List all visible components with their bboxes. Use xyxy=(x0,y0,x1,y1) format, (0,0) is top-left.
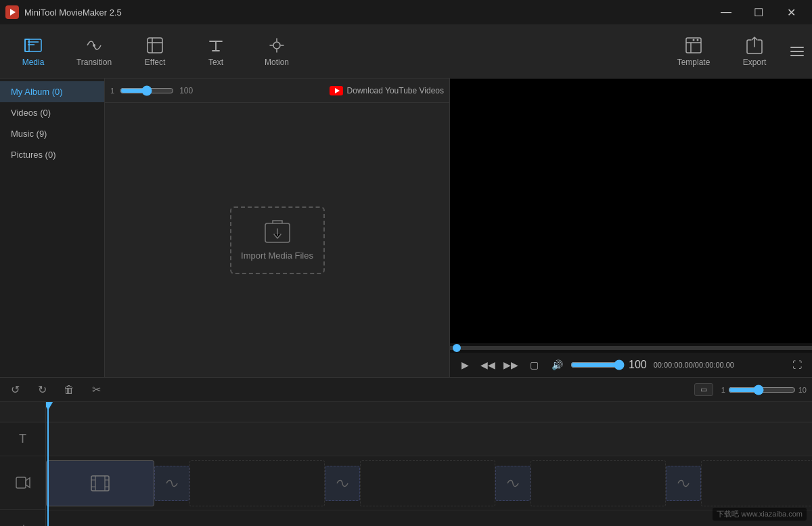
svg-rect-3 xyxy=(25,39,29,51)
zoom-timeline: 1 10 xyxy=(721,385,807,395)
youtube-icon xyxy=(330,86,343,95)
toolbar-item-transition[interactable]: Transition xyxy=(64,27,125,76)
transition-1[interactable] xyxy=(154,466,189,501)
text-label: Text xyxy=(208,58,223,67)
toolbar-item-motion[interactable]: Motion xyxy=(246,27,307,76)
transition-4[interactable] xyxy=(666,466,701,501)
redo-button[interactable]: ↻ xyxy=(32,380,51,399)
text-icon xyxy=(206,36,225,55)
main-area: My Album (0) Videos (0) Music (9) Pictur… xyxy=(0,79,812,377)
transition-3[interactable] xyxy=(495,466,531,501)
titlebar-controls: — ☐ ✕ xyxy=(710,2,807,22)
video-clip-1[interactable] xyxy=(46,460,154,506)
timeline-content xyxy=(46,402,812,526)
youtube-download-button[interactable]: Download YouTube Videos xyxy=(330,86,444,95)
timeline-playhead xyxy=(47,402,49,526)
zoom-min-label: 1 xyxy=(110,87,114,95)
titlebar-title: MiniTool MovieMaker 2.5 xyxy=(24,7,122,18)
preview-controls: ▶ ◀◀ ▶▶ ▢ 🔊 100 00:00:00.00/00:00:00.00 … xyxy=(450,353,812,377)
audio-track xyxy=(46,510,812,526)
preview-seek-thumb xyxy=(453,344,461,352)
video-track xyxy=(46,456,812,510)
export-label: Export xyxy=(743,58,767,67)
media-label: Media xyxy=(22,58,45,67)
time-display: 00:00:00.00/00:00:00.00 xyxy=(654,361,734,369)
transition-label: Transition xyxy=(76,58,112,67)
fullscreen-button[interactable]: ⛶ xyxy=(788,355,807,374)
play-button[interactable]: ▶ xyxy=(455,355,474,374)
delete-button[interactable]: 🗑 xyxy=(60,380,78,399)
minimize-button[interactable]: — xyxy=(710,2,742,22)
preview-seekbar[interactable] xyxy=(450,346,812,350)
sidebar-item-music[interactable]: Music (9) xyxy=(0,123,104,144)
film-icon xyxy=(90,473,110,494)
toolbar-item-effect[interactable]: Effect xyxy=(125,27,185,76)
import-label: Import Media Files xyxy=(241,250,313,261)
volume-slider[interactable] xyxy=(570,359,625,370)
text-track-icon: T xyxy=(19,432,26,446)
transition-2[interactable] xyxy=(325,466,360,501)
svg-rect-5 xyxy=(148,38,162,53)
audio-track-label xyxy=(0,510,45,526)
volume-button[interactable]: 🔊 xyxy=(547,355,566,374)
toolbar-right xyxy=(785,39,809,64)
media-toolbar: 1 100 Download YouTube Videos xyxy=(105,79,449,103)
svg-rect-13 xyxy=(16,477,26,488)
sidebar-item-album[interactable]: My Album (0) xyxy=(0,81,104,102)
app-icon xyxy=(5,5,19,19)
motion-icon xyxy=(267,36,286,55)
timeline-zoom-slider[interactable] xyxy=(728,385,796,395)
transition-icon-1 xyxy=(165,477,179,490)
youtube-label: Download YouTube Videos xyxy=(347,86,444,95)
zoom-value: 100 xyxy=(179,86,193,95)
empty-clip-4 xyxy=(701,460,812,506)
transition-icon xyxy=(85,36,104,55)
import-media-button[interactable]: Import Media Files xyxy=(230,206,325,274)
transition-icon-2 xyxy=(336,477,349,490)
maximize-button[interactable]: ☐ xyxy=(743,2,774,22)
sidebar-item-videos[interactable]: Videos (0) xyxy=(0,102,104,123)
toolbar-item-media[interactable]: Media xyxy=(3,27,64,76)
text-track-label: T xyxy=(0,422,45,456)
ruler-label xyxy=(0,402,45,422)
timeline-zoom-min: 1 xyxy=(721,386,725,394)
template-icon xyxy=(684,36,703,55)
timeline: T xyxy=(0,401,812,526)
svg-point-4 xyxy=(93,44,95,47)
transition-icon-3 xyxy=(506,477,520,490)
hamburger-line-1 xyxy=(790,47,804,48)
playhead-head xyxy=(46,402,53,410)
volume-value: 100 xyxy=(629,359,647,371)
media-content: Import Media Files xyxy=(105,103,449,377)
sidebar-item-pictures[interactable]: Pictures (0) xyxy=(0,144,104,165)
bottom-bar: ↺ ↻ 🗑 ✂ ▭ 1 10 xyxy=(0,377,812,401)
undo-button[interactable]: ↺ xyxy=(5,380,24,399)
svg-point-8 xyxy=(693,39,695,41)
hamburger-line-3 xyxy=(790,55,804,56)
effect-icon xyxy=(145,36,164,55)
export-icon xyxy=(745,36,764,55)
svg-rect-14 xyxy=(91,476,109,491)
preview-panel: ▶ ◀◀ ▶▶ ▢ 🔊 100 00:00:00.00/00:00:00.00 … xyxy=(449,79,812,377)
toolbar-item-template[interactable]: Template xyxy=(663,27,724,76)
cut-button[interactable]: ✂ xyxy=(87,380,106,399)
toolbar: Media Transition Effect Text Motion xyxy=(0,24,812,79)
prev-frame-button[interactable]: ◀◀ xyxy=(478,355,497,374)
effect-label: Effect xyxy=(145,58,165,67)
timeline-zoom-max: 10 xyxy=(798,386,807,394)
zoom-slider[interactable] xyxy=(120,85,174,96)
svg-point-9 xyxy=(697,39,699,41)
hamburger-line-2 xyxy=(790,51,804,52)
hamburger-menu[interactable] xyxy=(785,39,809,64)
fit-to-screen-button[interactable]: ▭ xyxy=(694,383,713,396)
motion-label: Motion xyxy=(265,58,289,67)
media-icon xyxy=(24,36,43,55)
close-button[interactable]: ✕ xyxy=(775,2,807,22)
video-track-label xyxy=(0,456,45,510)
audio-track-icon xyxy=(16,523,30,526)
stop-button[interactable]: ▢ xyxy=(524,355,543,374)
next-frame-button[interactable]: ▶▶ xyxy=(501,355,520,374)
toolbar-item-text[interactable]: Text xyxy=(185,27,246,76)
import-icon xyxy=(264,219,291,244)
toolbar-item-export[interactable]: Export xyxy=(724,27,785,76)
